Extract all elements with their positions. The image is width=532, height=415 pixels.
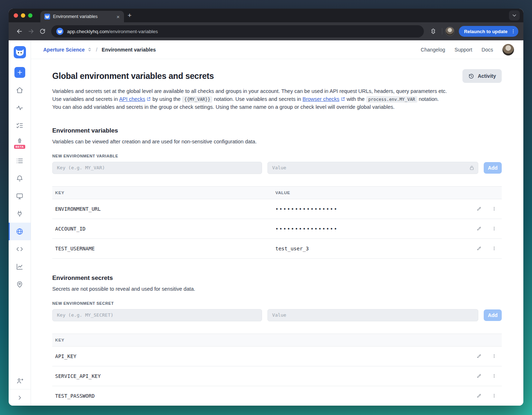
add-variable-button[interactable]: Add: [484, 162, 502, 174]
sidebar-expand-button[interactable]: [9, 389, 31, 406]
browser-toolbar: app.checklyhq.com/environment-variables …: [9, 22, 523, 40]
row-menu-button[interactable]: [489, 224, 499, 233]
edit-button[interactable]: [474, 352, 484, 361]
new-tab-button[interactable]: +: [124, 12, 135, 19]
edit-button[interactable]: [474, 391, 484, 401]
edit-button[interactable]: [474, 224, 484, 233]
edit-button[interactable]: [474, 204, 484, 214]
window-controls: [14, 13, 32, 18]
variable-key: TEST_USERNAME: [52, 238, 272, 258]
secret-key: API_KEY: [52, 346, 471, 366]
sidebar-item-integrations[interactable]: [9, 205, 31, 223]
row-menu-button[interactable]: [489, 204, 499, 214]
sidebar-item-environment-variables[interactable]: [9, 223, 31, 240]
reload-button[interactable]: [37, 26, 48, 37]
location-pin-icon: [16, 281, 23, 288]
breadcrumb-current: Environment variables: [102, 47, 156, 53]
edit-button[interactable]: [474, 244, 484, 253]
column-key: KEY: [52, 334, 471, 346]
sidebar-item-logs[interactable]: [9, 152, 31, 170]
add-user-icon: [16, 377, 23, 384]
sidebar-item-home[interactable]: [9, 81, 31, 99]
chevron-right-icon: [17, 394, 23, 401]
url-host: app.checklyhq.com: [67, 29, 109, 34]
secrets-description: Secrets are not possible to reveal and u…: [52, 286, 502, 292]
row-menu-button[interactable]: [489, 244, 499, 253]
account-selector-icon[interactable]: [87, 47, 92, 52]
browser-tab[interactable]: Environment variables ×: [40, 11, 124, 22]
activity-label: Activity: [478, 73, 496, 79]
secrets-heading: Environment secrets: [52, 275, 502, 282]
variable-key-input[interactable]: [52, 162, 262, 174]
add-secret-button[interactable]: Add: [484, 309, 502, 321]
app-main: Aperture Science / Environment variables…: [31, 40, 523, 406]
url-bar[interactable]: app.checklyhq.com/environment-variables: [51, 25, 424, 37]
secret-value-input[interactable]: [267, 309, 478, 321]
minimize-window-button[interactable]: [21, 13, 25, 18]
support-link[interactable]: Support: [455, 47, 472, 53]
account-switcher[interactable]: Aperture Science: [43, 47, 85, 53]
table-row: API_KEY: [52, 346, 502, 366]
sidebar-spacer: [9, 293, 31, 372]
create-new-button[interactable]: [14, 67, 25, 78]
api-checks-link[interactable]: API checks: [119, 96, 145, 102]
list-icon: [16, 157, 23, 165]
column-value: VALUE: [272, 186, 471, 199]
row-menu-button[interactable]: [489, 352, 499, 361]
forward-button[interactable]: [25, 26, 37, 37]
table-row: ACCOUNT_ID ••••••••••••••••: [52, 219, 502, 238]
checkly-favicon-icon: [56, 28, 63, 35]
browser-profile-avatar[interactable]: [445, 27, 455, 36]
code-process-env: process.env.MY_VAR: [366, 96, 417, 103]
app: BETA: [9, 40, 523, 406]
sidebar: BETA: [9, 40, 31, 406]
row-menu-button[interactable]: [489, 371, 499, 381]
extensions-icon[interactable]: [427, 26, 439, 37]
table-row: SERVICE_API_KEY: [52, 366, 502, 386]
list-checks-icon: [16, 122, 23, 129]
variable-value-wrap: [267, 162, 478, 174]
zoom-window-button[interactable]: [28, 13, 32, 18]
browser-checks-link[interactable]: Browser checks: [302, 96, 339, 102]
changelog-link[interactable]: Changelog: [421, 47, 445, 53]
sidebar-item-private-locations[interactable]: [9, 276, 31, 293]
variable-value-masked: ••••••••••••••••: [272, 219, 471, 238]
tab-search-button[interactable]: [509, 10, 520, 21]
page-content: Global environment variables and secrets…: [31, 59, 523, 406]
variables-table: KEY VALUE ENVIRONMENT_URL ••••••••••••••…: [52, 186, 502, 259]
external-link-icon: [341, 97, 345, 101]
toolbar-divider: [442, 28, 442, 35]
variable-value: test_user_3: [272, 238, 471, 258]
close-window-button[interactable]: [14, 13, 18, 18]
docs-link[interactable]: Docs: [482, 47, 493, 53]
plus-icon: [17, 69, 23, 76]
sidebar-item-alerts[interactable]: [9, 170, 31, 187]
breadcrumb-separator: /: [96, 47, 97, 53]
back-button[interactable]: [14, 26, 25, 37]
sidebar-item-snippets[interactable]: [9, 240, 31, 258]
variable-value-masked: ••••••••••••••••: [272, 199, 471, 219]
row-menu-button[interactable]: [489, 391, 499, 401]
checkly-logo[interactable]: [14, 46, 26, 58]
globe-icon: [16, 228, 23, 235]
pulse-icon: [16, 104, 23, 112]
browser-menu-icon[interactable]: [510, 28, 516, 34]
url-path: /environment-variables: [109, 29, 158, 34]
sidebar-item-checks[interactable]: [9, 117, 31, 134]
sidebar-item-activity[interactable]: [9, 99, 31, 117]
secrets-table-header: KEY: [52, 334, 502, 346]
secret-key-input[interactable]: [52, 309, 262, 321]
variable-value-input[interactable]: [267, 162, 478, 174]
sidebar-item-analytics[interactable]: [9, 258, 31, 276]
sidebar-item-rocket-beta[interactable]: BETA: [9, 134, 31, 152]
relaunch-button[interactable]: Relaunch to update: [459, 26, 518, 37]
edit-button[interactable]: [474, 371, 484, 381]
user-avatar[interactable]: [502, 44, 514, 55]
sidebar-item-invite-user[interactable]: [9, 372, 31, 389]
tab-close-button[interactable]: ×: [115, 13, 121, 20]
bell-icon: [16, 175, 23, 182]
activity-button[interactable]: Activity: [462, 69, 502, 83]
plug-icon: [16, 210, 23, 218]
sidebar-item-dashboards[interactable]: [9, 187, 31, 205]
relaunch-label: Relaunch to update: [464, 29, 507, 34]
